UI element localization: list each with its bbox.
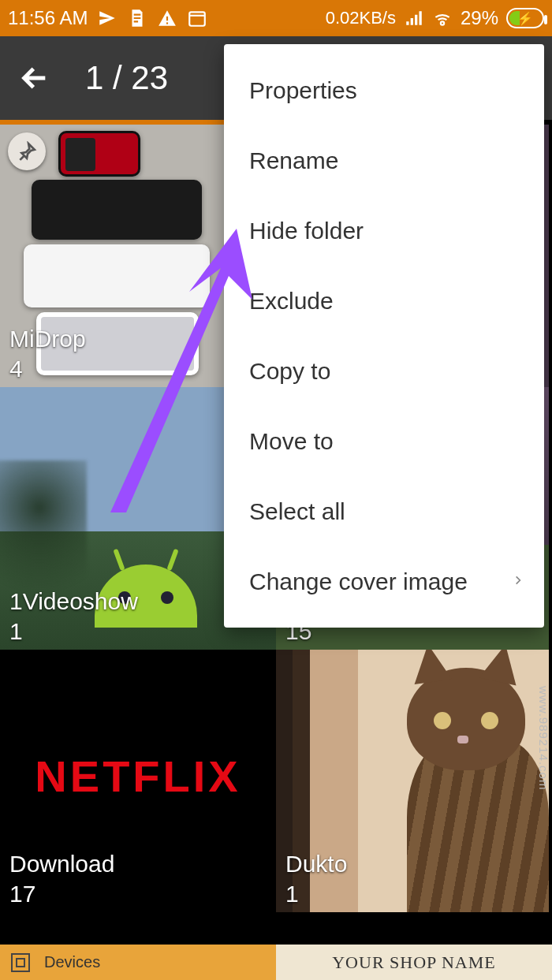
album-name: Dukto (285, 851, 347, 878)
battery-icon: ⚡ (506, 8, 544, 28)
net-speed: 0.02KB/s (326, 8, 396, 28)
bottom-tab-devices[interactable]: Devices (0, 945, 276, 980)
menu-item-change-cover[interactable]: Change cover image (224, 546, 544, 617)
status-bar-right: 0.02KB/s 29% ⚡ (326, 7, 544, 29)
album-count: 1 (285, 881, 299, 907)
svg-rect-2 (190, 12, 206, 25)
pin-icon (8, 132, 46, 170)
chevron-right-icon (513, 568, 524, 595)
svg-rect-1 (166, 22, 168, 24)
album-count: 17 (9, 881, 35, 907)
menu-label: Select all (249, 498, 345, 525)
album-dukto[interactable]: Dukto 1 (276, 650, 549, 912)
album-count: 1 (9, 618, 23, 645)
menu-item-properties[interactable]: Properties (224, 55, 544, 125)
album-download[interactable]: NETFLIX Download 17 (0, 650, 276, 912)
netflix-logo: NETFLIX (35, 751, 241, 802)
menu-label: Copy to (249, 358, 330, 385)
album-name: MiDrop (9, 326, 86, 352)
warning-icon (157, 8, 177, 28)
wifi-icon (432, 8, 453, 28)
menu-label: Hide folder (249, 218, 364, 244)
bottom-bar: Devices YOUR SHOP NAME (0, 945, 552, 980)
watermark: www.989214.com (537, 686, 550, 790)
bottom-tab-label: Devices (44, 953, 100, 971)
menu-item-rename[interactable]: Rename (224, 125, 544, 196)
status-bar: 11:56 AM 0.02KB/s 29% ⚡ (0, 0, 552, 36)
charging-icon: ⚡ (508, 9, 543, 27)
cell-signal-icon (404, 8, 424, 28)
document-icon (127, 8, 147, 28)
battery-percent: 29% (461, 7, 498, 29)
back-button[interactable] (16, 59, 54, 97)
status-time: 11:56 AM (8, 7, 88, 29)
status-bar-left: 11:56 AM (8, 7, 207, 29)
banner-text: YOUR SHOP NAME (332, 952, 496, 973)
album-count: 4 (9, 356, 23, 382)
menu-item-select-all[interactable]: Select all (224, 476, 544, 546)
devices-icon (11, 953, 30, 972)
menu-item-hide-folder[interactable]: Hide folder (224, 196, 544, 266)
selection-count: 1 / 23 (85, 59, 168, 97)
screen: 11:56 AM 0.02KB/s 29% ⚡ 1 / 23 (0, 0, 552, 980)
album-name: 1Videoshow (9, 588, 138, 615)
menu-label: Move to (249, 428, 334, 455)
menu-label: Change cover image (249, 568, 468, 595)
menu-label: Rename (249, 147, 338, 174)
bottom-banner[interactable]: YOUR SHOP NAME (276, 945, 552, 980)
album-name: Download (9, 851, 114, 878)
send-icon (97, 8, 117, 28)
thumb-phone (58, 131, 140, 177)
menu-item-move-to[interactable]: Move to (224, 406, 544, 476)
menu-item-copy-to[interactable]: Copy to (224, 336, 544, 406)
context-menu: Properties Rename Hide folder Exclude Co… (224, 44, 544, 628)
menu-label: Exclude (249, 288, 334, 315)
thumb-phone (24, 244, 210, 307)
thumb-cat (360, 676, 549, 912)
svg-rect-0 (166, 17, 168, 20)
calendar-icon (187, 8, 207, 28)
menu-item-exclude[interactable]: Exclude (224, 266, 544, 336)
menu-label: Properties (249, 77, 357, 104)
thumb-phone (32, 180, 202, 240)
